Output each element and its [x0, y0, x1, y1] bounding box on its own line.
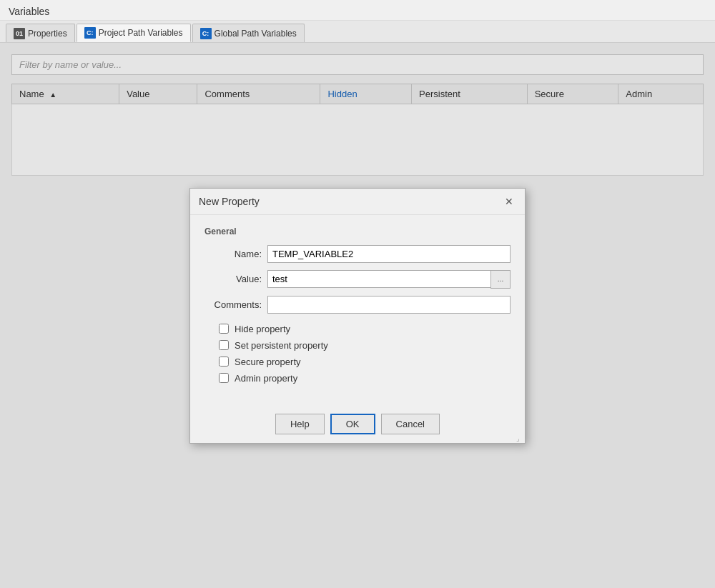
secure-property-label: Secure property [235, 357, 301, 367]
tab-bar: 01 Properties C: Project Path Variables … [0, 21, 715, 43]
modal-overlay: New Property ✕ General Name: Value: [0, 43, 715, 588]
general-section-label: General [204, 226, 511, 236]
tab-project-path-variables[interactable]: C: Project Path Variables [77, 24, 191, 42]
tab-project-path-variables-label: Project Path Variables [99, 28, 183, 38]
comments-label: Comments: [204, 299, 262, 310]
dialog-close-button[interactable]: ✕ [502, 194, 516, 209]
checkboxes-section: Hide property Set persistent property Se… [219, 324, 511, 384]
value-label: Value: [204, 274, 262, 284]
title-bar: Variables [0, 0, 715, 21]
resize-handle-icon: ⌟ [516, 434, 523, 442]
tab-global-path-variables-label: Global Path Variables [214, 29, 297, 39]
new-property-dialog: New Property ✕ General Name: Value: [189, 188, 526, 444]
dialog-title: New Property [199, 196, 260, 207]
name-input[interactable] [267, 245, 511, 263]
dialog-titlebar: New Property ✕ [190, 189, 525, 215]
name-label: Name: [204, 249, 262, 259]
hide-property-label: Hide property [235, 324, 290, 334]
browse-icon: ... [498, 275, 503, 283]
main-window: Variables 01 Properties C: Project Path … [0, 0, 715, 588]
hide-property-checkbox[interactable] [219, 324, 229, 334]
secure-property-checkbox[interactable] [219, 357, 229, 367]
ok-button[interactable]: OK [330, 414, 375, 434]
window-title: Variables [9, 6, 49, 17]
persistent-property-row: Set persistent property [219, 340, 511, 351]
admin-property-label: Admin property [235, 373, 297, 384]
help-button-label: Help [290, 419, 310, 429]
value-row: ... [267, 270, 511, 289]
dialog-content: General Name: Value: ... [190, 215, 525, 405]
tab-properties-icon: 01 [14, 28, 25, 39]
admin-property-checkbox[interactable] [219, 373, 229, 383]
comments-field-row: Comments: [204, 296, 511, 314]
dialog-footer: Help OK Cancel ⌟ [190, 405, 525, 443]
tab-properties-label: Properties [28, 29, 67, 39]
cancel-button[interactable]: Cancel [381, 414, 440, 434]
value-field-row: Value: ... [204, 270, 511, 289]
tab-global-path-variables[interactable]: C: Global Path Variables [192, 24, 305, 42]
name-field-row: Name: [204, 245, 511, 263]
persistent-property-checkbox[interactable] [219, 340, 229, 350]
persistent-property-label: Set persistent property [235, 340, 328, 351]
tab-global-path-variables-icon: C: [200, 28, 212, 39]
tab-project-path-variables-icon: C: [84, 27, 96, 39]
ok-button-label: OK [346, 419, 360, 429]
browse-button[interactable]: ... [490, 270, 511, 289]
hide-property-row: Hide property [219, 324, 511, 334]
content-area: Filter by name or value... Name ▲ Value … [0, 43, 715, 588]
tab-properties[interactable]: 01 Properties [6, 24, 75, 42]
value-input[interactable] [267, 270, 490, 288]
help-button[interactable]: Help [275, 414, 325, 434]
secure-property-row: Secure property [219, 357, 511, 367]
cancel-button-label: Cancel [396, 419, 425, 429]
comments-input[interactable] [267, 296, 511, 314]
admin-property-row: Admin property [219, 373, 511, 384]
